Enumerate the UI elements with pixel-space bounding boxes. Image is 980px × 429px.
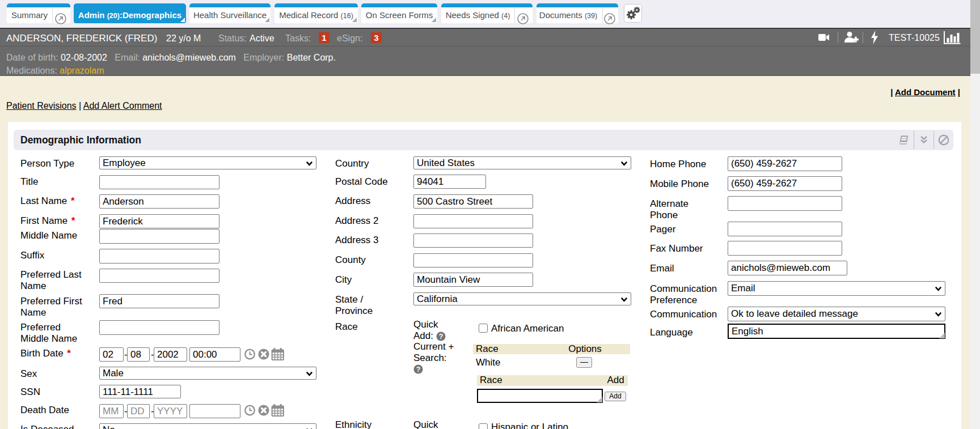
svg-text:?: ? [416, 366, 421, 373]
svg-text:?: ? [438, 332, 443, 340]
